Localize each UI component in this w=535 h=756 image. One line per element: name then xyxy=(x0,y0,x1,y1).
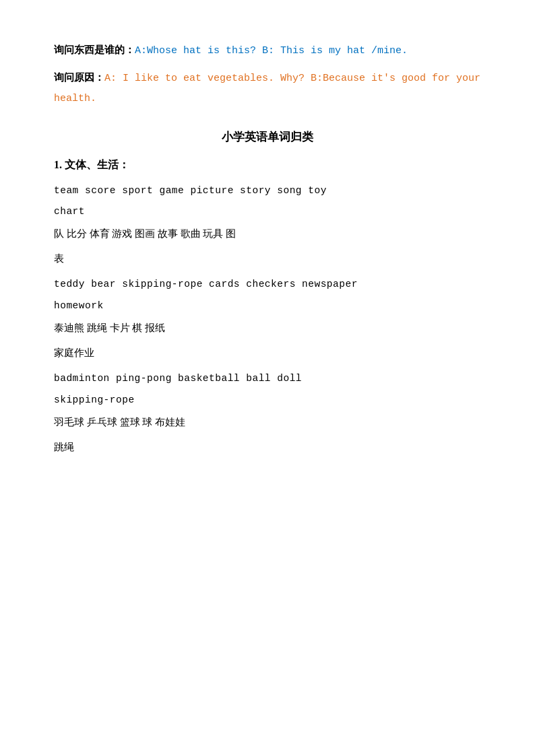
qa1-english: A:Whose hat is this? B: This is my hat /… xyxy=(135,45,408,57)
group2-english-line2: homework xyxy=(54,296,481,317)
group1-chinese-line1: 队 比分 体育 游戏 图画 故事 歌曲 玩具 图 xyxy=(54,223,481,245)
group2-chinese-line2: 家庭作业 xyxy=(54,342,481,364)
group3-english-line1: badminton ping-pong basketball ball doll xyxy=(54,368,481,390)
qa2-label: 询问原因： xyxy=(54,72,104,83)
group3-chinese-line1: 羽毛球 乒乓球 篮球 球 布娃娃 xyxy=(54,411,481,434)
group1-english-line2: chart xyxy=(54,201,481,223)
group1-block: team score sport game picture story song… xyxy=(54,180,481,271)
qa1-label: 询问东西是谁的： xyxy=(54,44,135,55)
qa-section: 询问东西是谁的：A:Whose hat is this? B: This is … xyxy=(54,40,481,109)
qa1-line: 询问东西是谁的：A:Whose hat is this? B: This is … xyxy=(54,40,481,61)
section-title: 小学英语单词归类 xyxy=(54,129,481,145)
group3-chinese-line2: 跳绳 xyxy=(54,436,481,458)
group2-chinese-line1: 泰迪熊 跳绳 卡片 棋 报纸 xyxy=(54,317,481,339)
qa2-line: 询问原因：A: I like to eat vegetables. Why? B… xyxy=(54,68,481,109)
group1-chinese-line2: 表 xyxy=(54,248,481,270)
group1-english-line1: team score sport game picture story song… xyxy=(54,180,481,202)
qa2-english: A: I like to eat vegetables. Why? B:Beca… xyxy=(54,73,480,105)
group3-english-line2: skipping-rope xyxy=(54,390,481,411)
group2-english-line1: teddy bear skipping-rope cards checkers … xyxy=(54,274,481,296)
group2-block: teddy bear skipping-rope cards checkers … xyxy=(54,274,481,364)
category1-title: 1. 文体、生活： xyxy=(54,158,481,172)
group3-block: badminton ping-pong basketball ball doll… xyxy=(54,368,481,458)
